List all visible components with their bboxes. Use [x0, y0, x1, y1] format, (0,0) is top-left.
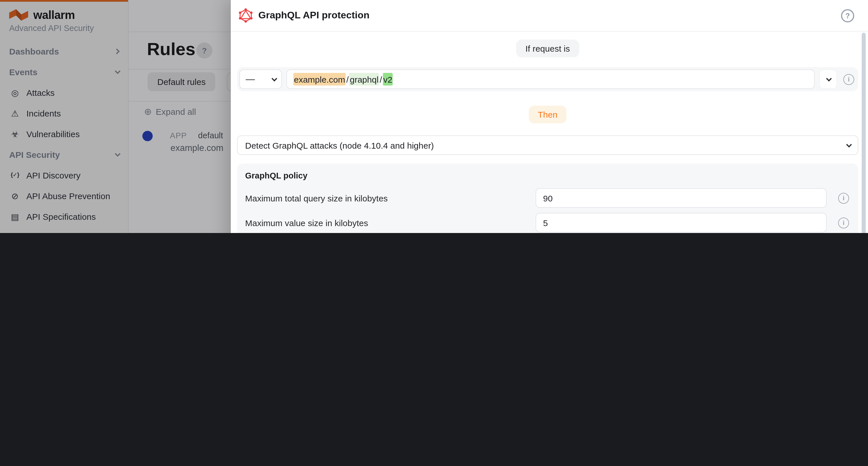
chevron-down-icon	[272, 75, 277, 81]
condition-expand-button[interactable]	[819, 69, 837, 89]
uri-host-segment: example.com	[293, 73, 346, 86]
condition-operator-select[interactable]: —	[239, 69, 282, 89]
drawer-body: If request is — example.com/graphql/v2 i…	[231, 32, 868, 233]
app-root: wallarm Advanced API Security Dashboards…	[0, 0, 868, 233]
help-icon[interactable]: ?	[841, 9, 854, 22]
max-total-query-size-input[interactable]	[536, 188, 827, 208]
drawer-title: GraphQL API protection	[258, 10, 369, 21]
condition-uri-input[interactable]: example.com/graphql/v2	[286, 69, 815, 89]
modal-backdrop[interactable]	[0, 0, 231, 233]
drawer-scrollbar[interactable]	[862, 33, 866, 233]
info-icon[interactable]: i	[843, 74, 854, 85]
if-request-pill: If request is	[516, 40, 579, 57]
info-icon[interactable]: i	[838, 192, 849, 204]
condition-row: — example.com/graphql/v2 i	[237, 67, 858, 91]
info-icon[interactable]: i	[838, 217, 849, 228]
policy-row: Maximum total query size in kilobytes i	[245, 188, 851, 208]
then-pill: Then	[529, 105, 567, 123]
uri-version-segment: v2	[383, 73, 393, 86]
uri-path-segment: graphql	[349, 73, 379, 86]
policy-row: Maximum value size in kilobytes i	[245, 213, 851, 232]
max-value-size-input[interactable]	[536, 213, 827, 232]
graphql-icon	[238, 8, 253, 23]
drawer-header: GraphQL API protection ?	[231, 0, 868, 32]
graphql-protection-drawer: GraphQL API protection ? If request is —…	[231, 0, 868, 233]
chevron-down-icon	[846, 142, 852, 147]
policy-heading: GraphQL policy	[245, 171, 851, 180]
action-select[interactable]: Detect GraphQL attacks (node 4.10.4 and …	[237, 135, 858, 155]
chevron-down-icon	[826, 75, 832, 81]
graphql-policy-panel: GraphQL policy Maximum total query size …	[237, 163, 858, 233]
